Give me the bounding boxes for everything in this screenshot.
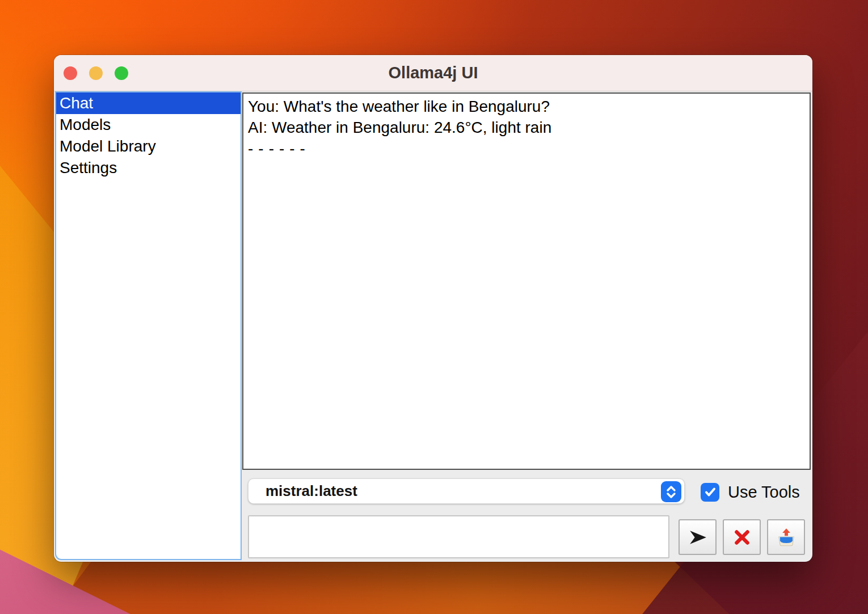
window-controls xyxy=(64,66,128,80)
message-input[interactable] xyxy=(248,515,669,558)
send-arrow-icon xyxy=(688,528,708,547)
app-window: Ollama4j UI Chat Models Model Library Se… xyxy=(54,55,812,562)
upload-button[interactable] xyxy=(767,519,805,555)
use-tools-checkbox[interactable] xyxy=(701,483,719,502)
model-select-dropdown[interactable]: mistral:latest xyxy=(248,478,685,504)
sidebar-item-models[interactable]: Models xyxy=(56,114,241,136)
send-button[interactable] xyxy=(679,519,717,555)
chat-ai-message: AI: Weather in Bengaluru: 24.6°C, light … xyxy=(248,117,805,138)
red-x-icon xyxy=(732,528,752,547)
minimize-button[interactable] xyxy=(89,66,103,80)
clear-button[interactable] xyxy=(723,519,761,555)
window-title: Ollama4j UI xyxy=(389,64,478,82)
window-titlebar[interactable]: Ollama4j UI xyxy=(54,55,812,91)
sidebar-item-model-library[interactable]: Model Library xyxy=(56,136,241,157)
upload-tray-icon xyxy=(776,527,797,548)
zoom-button[interactable] xyxy=(115,66,128,80)
model-select-value: mistral:latest xyxy=(248,482,357,500)
sidebar-item-chat[interactable]: Chat xyxy=(56,92,241,114)
close-button[interactable] xyxy=(64,66,77,80)
composer-panel: mistral:latest Use Tools xyxy=(242,470,812,562)
chat-transcript[interactable]: You: What's the weather like in Bengalur… xyxy=(242,92,811,470)
window-content: Chat Models Model Library Settings You: … xyxy=(54,91,812,562)
sidebar-nav: Chat Models Model Library Settings xyxy=(55,91,242,560)
sidebar-item-settings[interactable]: Settings xyxy=(56,157,241,179)
use-tools-label: Use Tools xyxy=(728,483,800,502)
chat-separator: ------ xyxy=(248,138,805,159)
use-tools-group[interactable]: Use Tools xyxy=(701,481,800,503)
checkmark-icon xyxy=(703,485,718,499)
chat-user-message: You: What's the weather like in Bengalur… xyxy=(248,96,805,117)
up-down-chevrons-icon xyxy=(661,481,681,502)
